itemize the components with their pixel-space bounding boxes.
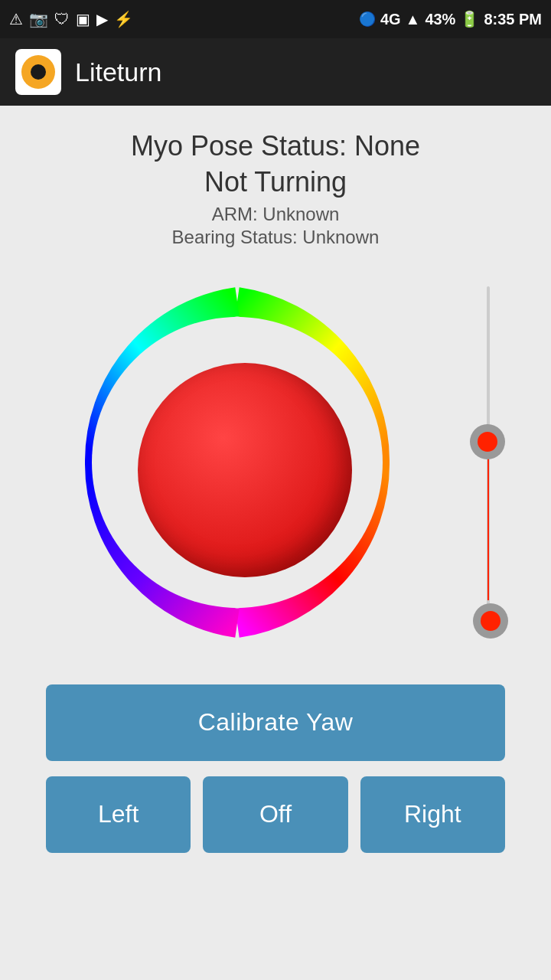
action-buttons-row: Left Off Right <box>46 776 505 853</box>
camera-icon: 📷 <box>29 10 48 28</box>
arm-status-label: ARM: Unknown <box>131 204 420 225</box>
play-icon: ▶ <box>96 10 108 28</box>
battery-icon: 🔋 <box>460 10 479 28</box>
battery-label: 43% <box>425 11 455 28</box>
right-button[interactable]: Right <box>360 776 505 853</box>
calibrate-yaw-button[interactable]: Calibrate Yaw <box>46 684 505 761</box>
app-bar: Liteturn <box>0 38 551 106</box>
slider-handle-top-dot <box>478 432 497 452</box>
status-bar: ⚠ 📷 🛡 ▣ ▶ ⚡ 🔵 4G ▲ 43% 🔋 8:35 PM <box>0 0 551 38</box>
bluetooth-icon: 🔵 <box>359 11 376 28</box>
lightning-icon: ⚡ <box>114 10 133 28</box>
app-title: Liteturn <box>75 57 161 87</box>
shield-icon: 🛡 <box>54 11 70 28</box>
slider-handle-top[interactable] <box>470 424 505 459</box>
warning-icon: ⚠ <box>9 10 23 28</box>
off-button[interactable]: Off <box>203 776 347 853</box>
slider-handle-bottom[interactable] <box>473 603 508 639</box>
main-content: Myo Pose Status: None Not Turning ARM: U… <box>0 106 551 980</box>
app-logo <box>15 49 61 95</box>
time-label: 8:35 PM <box>484 11 542 28</box>
slider-handle-bottom-dot <box>481 611 500 631</box>
turning-status-label: Not Turning <box>131 165 420 201</box>
pose-status-label: Myo Pose Status: None <box>131 129 420 165</box>
left-button[interactable]: Left <box>46 776 191 853</box>
app-logo-dot <box>31 64 46 80</box>
status-icons-left: ⚠ 📷 🛡 ▣ ▶ ⚡ <box>9 10 133 28</box>
network-label: 4G <box>380 11 401 28</box>
signal-icon: ▲ <box>406 11 421 28</box>
app-logo-ring <box>21 55 55 89</box>
box-icon: ▣ <box>76 10 90 28</box>
circle-visualization <box>38 263 513 662</box>
bearing-status-label: Bearing Status: Unknown <box>131 227 420 248</box>
status-info-right: 🔵 4G ▲ 43% 🔋 8:35 PM <box>359 10 542 28</box>
center-circle <box>138 363 352 577</box>
status-section: Myo Pose Status: None Not Turning ARM: U… <box>131 129 420 248</box>
